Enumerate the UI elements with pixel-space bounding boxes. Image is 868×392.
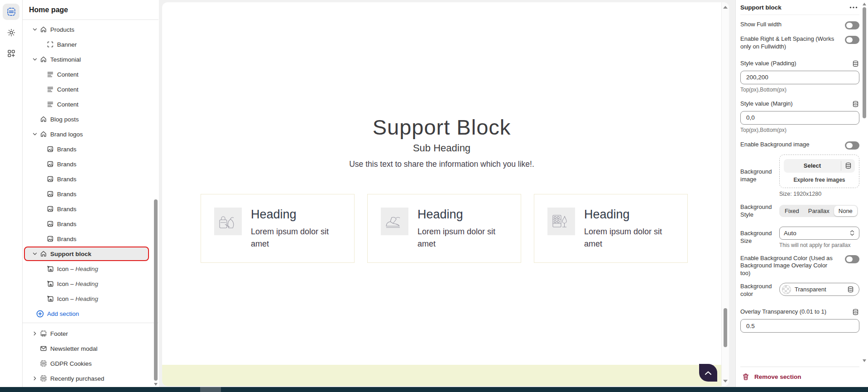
- support-card[interactable]: Heading Lorem ipsum dolor sit amet: [534, 194, 688, 263]
- tree-row[interactable]: Brands: [25, 173, 148, 185]
- tree-row-label: Newsletter modal: [50, 345, 97, 352]
- enable-bg-color-toggle[interactable]: [845, 255, 859, 263]
- background-size-select[interactable]: Auto: [779, 227, 859, 240]
- bg-style-segmented-control: Fixed Parallax None: [779, 205, 858, 217]
- support-card[interactable]: Heading Lorem ipsum dolor sit amet: [201, 194, 355, 263]
- horizontal-dots-icon: [849, 6, 858, 9]
- tree-row[interactable]: Brands: [25, 188, 148, 200]
- dynamic-source-icon[interactable]: [852, 100, 859, 108]
- chevron-icon[interactable]: [32, 330, 40, 337]
- dynamic-source-icon[interactable]: [852, 308, 859, 316]
- tree-row-label: Banner: [57, 41, 77, 48]
- tree-row[interactable]: GDPR Cookies: [25, 357, 148, 370]
- tree-row[interactable]: Brands: [25, 203, 148, 215]
- bg-style-option[interactable]: Parallax: [804, 206, 834, 216]
- tree-row[interactable]: Products: [25, 23, 148, 36]
- section-type-icon: [47, 86, 54, 93]
- tree-row[interactable]: Newsletter modal: [25, 342, 148, 355]
- support-card[interactable]: Heading Lorem ipsum dolor sit amet: [367, 194, 521, 263]
- tree-row[interactable]: Brands: [25, 232, 148, 245]
- section-type-icon: [47, 220, 54, 227]
- chevron-icon[interactable]: [32, 116, 40, 123]
- preview-scroll-down-arrow[interactable]: [723, 380, 728, 382]
- section-type-icon: [40, 131, 47, 138]
- tree-row[interactable]: Banner: [25, 38, 148, 51]
- tree-row[interactable]: Icon – Heading: [25, 292, 148, 305]
- tree-row-label: Brands: [57, 191, 77, 198]
- explore-free-images-link[interactable]: Explore free images: [784, 177, 855, 183]
- padding-input[interactable]: [740, 71, 859, 84]
- chevron-icon[interactable]: [32, 375, 40, 382]
- section-type-icon: [40, 26, 47, 33]
- tree-row[interactable]: Content: [25, 68, 148, 81]
- padding-help: Top(px),Bottom(px): [740, 87, 859, 93]
- panel-scroll-up-arrow[interactable]: [863, 3, 866, 5]
- section-type-icon: [47, 145, 54, 153]
- bg-style-option[interactable]: None: [834, 206, 857, 216]
- scroll-to-top-button[interactable]: [699, 364, 717, 382]
- section-type-icon: [47, 71, 54, 78]
- add-section-button[interactable]: Add section: [23, 307, 158, 320]
- tree-row[interactable]: Content: [25, 83, 148, 96]
- padding-label: Style value (Padding): [740, 60, 796, 68]
- tree-row-label: Brands: [57, 146, 77, 153]
- rail-settings-button[interactable]: [3, 24, 19, 41]
- sidebar-scrollbar-thumb[interactable]: [154, 199, 158, 381]
- tree-row[interactable]: Brand logos: [25, 128, 148, 140]
- tree-row[interactable]: Icon – Heading: [25, 262, 148, 275]
- select-image-button[interactable]: Select: [784, 159, 855, 173]
- rail-apps-button[interactable]: [3, 45, 19, 62]
- overlay-input[interactable]: [740, 319, 859, 333]
- tree-row[interactable]: Brands: [25, 143, 148, 155]
- tree-row[interactable]: Support block: [25, 247, 148, 260]
- tree-row[interactable]: Testimonial: [25, 53, 148, 66]
- show-full-width-label: Show Full width: [740, 21, 782, 29]
- tree-row[interactable]: Blog posts: [25, 113, 148, 126]
- chevron-icon[interactable]: [32, 250, 40, 257]
- tree-row[interactable]: Brands: [25, 218, 148, 230]
- preview-scrollbar-thumb[interactable]: [724, 308, 727, 347]
- margin-input[interactable]: [740, 111, 859, 125]
- bg-style-option[interactable]: Fixed: [780, 206, 804, 216]
- tree-row-label-italic: Heading: [76, 266, 98, 272]
- preview-canvas[interactable]: Support Block Sub Heading Use this text …: [162, 2, 729, 386]
- section-type-icon: [47, 160, 54, 168]
- tree-row[interactable]: Recently purchased: [25, 372, 148, 385]
- enable-spacing-toggle[interactable]: [845, 36, 859, 44]
- panel-title: Support block: [740, 4, 782, 11]
- rail-sections-button[interactable]: [3, 4, 19, 20]
- panel-scroll-down-arrow[interactable]: [863, 359, 866, 362]
- margin-help: Top(px),Bottom(px): [740, 127, 859, 133]
- tree-row[interactable]: Icon – Heading: [25, 277, 148, 290]
- preview-scroll-up-arrow[interactable]: [723, 6, 728, 9]
- tree-row-label: Brands: [57, 206, 77, 213]
- left-rail: [0, 0, 23, 387]
- section-type-icon: [47, 175, 54, 183]
- plus-circle-icon: [36, 310, 44, 318]
- tree-row[interactable]: Brands: [25, 158, 148, 170]
- bottom-scrollbar-thumb[interactable]: [200, 387, 221, 392]
- background-color-picker[interactable]: Transparent: [779, 283, 859, 296]
- dynamic-source-icon[interactable]: [841, 159, 855, 173]
- chevron-icon[interactable]: [32, 26, 40, 33]
- show-full-width-toggle[interactable]: [845, 21, 859, 29]
- chevron-icon[interactable]: [32, 131, 40, 138]
- chevron-icon[interactable]: [32, 56, 40, 63]
- tree-row-label: Testimonial: [50, 56, 81, 63]
- tree-row[interactable]: Content: [25, 98, 148, 111]
- tree-row[interactable]: Footer: [25, 327, 148, 340]
- dynamic-source-icon[interactable]: [847, 286, 854, 293]
- sidebar-scroll-down-arrow[interactable]: [154, 383, 158, 387]
- remove-section-label: Remove section: [754, 373, 801, 380]
- panel-scrollbar-thumb[interactable]: [863, 7, 866, 118]
- preview-scrollbar[interactable]: [721, 2, 729, 386]
- chevron-icon[interactable]: [32, 345, 40, 352]
- more-options-button[interactable]: [848, 5, 859, 10]
- dynamic-source-icon[interactable]: [852, 60, 859, 68]
- enable-bg-image-toggle[interactable]: [845, 141, 859, 150]
- section-type-icon: [47, 205, 54, 213]
- chevron-icon[interactable]: [32, 360, 40, 367]
- page-title: Home page: [23, 0, 158, 19]
- bg-size-help: This will not apply for parallax: [779, 242, 859, 248]
- remove-section-button[interactable]: Remove section: [740, 367, 859, 387]
